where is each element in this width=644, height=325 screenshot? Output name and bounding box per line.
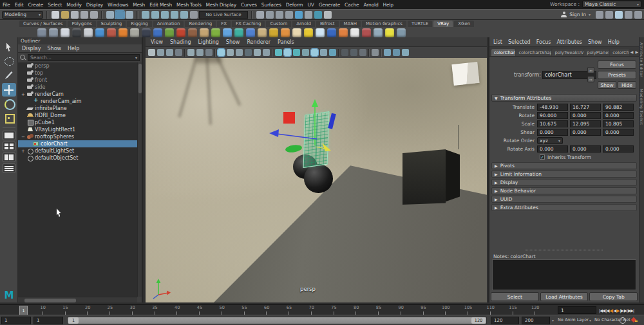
current-frame-marker[interactable]: 1: [19, 306, 28, 315]
outliner-item[interactable]: pCube1: [18, 119, 137, 126]
expander-icon[interactable]: +: [21, 149, 26, 154]
outliner-item[interactable]: HDRI_Dome: [18, 112, 137, 119]
rotate-order-dropdown[interactable]: xyz ▾: [537, 137, 563, 144]
chevron-down-icon[interactable]: ▾: [589, 318, 591, 322]
outliner-item[interactable]: defaultObjectSet: [18, 154, 137, 162]
show-button[interactable]: Show: [598, 81, 616, 89]
menu-item[interactable]: Mesh Tools: [176, 2, 202, 8]
outliner-horizontal-scrollbar[interactable]: [18, 297, 137, 302]
ipr-render-icon[interactable]: [276, 11, 283, 19]
menu-item[interactable]: Edit Mesh: [149, 2, 172, 8]
shelf-tool-icon[interactable]: [362, 28, 371, 37]
paint-select-tool-button[interactable]: [2, 69, 16, 82]
menu-item[interactable]: Select: [48, 2, 62, 8]
shelf-tool-icon[interactable]: [258, 28, 267, 37]
snap-projected-center-icon[interactable]: [171, 11, 178, 19]
viewport-menu-item[interactable]: Panels: [278, 39, 294, 45]
animation-start-field[interactable]: 1: [1, 317, 31, 324]
attribute-value-y[interactable]: 0.000: [570, 129, 601, 136]
attribute-value-x[interactable]: 0.000: [537, 129, 568, 136]
attribute-value-y[interactable]: 16.727: [570, 104, 601, 111]
viewport-canvas[interactable]: persp: [146, 58, 487, 302]
pause-icon[interactable]: [324, 11, 332, 19]
shelf-tool-icon[interactable]: [188, 28, 197, 37]
viewport-toolbar-button[interactable]: [272, 49, 273, 57]
tab-scroll-right-icon[interactable]: ▶: [635, 50, 638, 54]
viewport-toolbar-button[interactable]: [275, 49, 282, 56]
shelf-tab[interactable]: Motion Graphics: [362, 21, 406, 27]
shelf-tool-icon[interactable]: [142, 28, 151, 37]
shelf-tool-icon[interactable]: [200, 28, 209, 37]
range-start-handle[interactable]: 1: [68, 317, 79, 324]
step-back-frame-button[interactable]: |◀: [605, 308, 609, 313]
sidebar-vertical-tab[interactable]: Attribute Editor: [639, 42, 644, 77]
shelf-tool-icon[interactable]: [374, 28, 383, 37]
search-input[interactable]: Search... ▾: [28, 54, 140, 61]
viewport-toolbar-button[interactable]: [302, 49, 309, 56]
attribute-value-z[interactable]: 0.000: [603, 145, 634, 153]
menu-item[interactable]: Windows: [108, 2, 128, 8]
menu-item[interactable]: Cache: [345, 2, 359, 8]
shelf-tab[interactable]: FX Caching: [232, 21, 265, 27]
menu-item[interactable]: UV: [307, 2, 314, 8]
attribute-value-x[interactable]: -48.930: [537, 104, 568, 111]
menu-item[interactable]: Edit: [15, 2, 24, 8]
menu-item[interactable]: Modify: [66, 2, 82, 8]
shelf-tab[interactable]: VRay: [433, 21, 453, 27]
attribute-value-x[interactable]: 90.000: [537, 112, 568, 119]
outliner-item[interactable]: persp: [18, 62, 137, 70]
shelf-tab[interactable]: Rendering: [185, 21, 216, 27]
footer-button[interactable]: Load Attributes: [540, 292, 589, 301]
redo-icon[interactable]: [90, 11, 98, 19]
auto-keyframe-icon[interactable]: [631, 317, 638, 324]
go-to-end-button[interactable]: ▶▶|: [628, 308, 634, 313]
menu-item[interactable]: File: [3, 2, 10, 8]
select-hierarchy-icon[interactable]: [106, 11, 114, 19]
viewport-toolbar-button[interactable]: [227, 49, 234, 56]
viewport-toolbar-button[interactable]: [384, 49, 391, 56]
lasso-tool-button[interactable]: [2, 55, 16, 68]
viewport-toolbar-button[interactable]: [293, 49, 300, 56]
collapsed-section[interactable]: ▶ Pivots: [491, 162, 637, 169]
shelf-tool-icon[interactable]: [281, 28, 290, 37]
go-to-start-button[interactable]: |◀◀: [599, 308, 605, 313]
node-tab[interactable]: colorCh: [610, 49, 629, 56]
shelf-tool-icon[interactable]: [61, 28, 70, 37]
viewport-toolbar-button[interactable]: [329, 49, 336, 56]
focus-button[interactable]: Focus: [598, 60, 636, 69]
playback-range-bar[interactable]: 1 120: [67, 317, 487, 324]
tool-settings-toggle-icon[interactable]: [625, 11, 632, 19]
hide-button[interactable]: Hide: [618, 81, 636, 89]
shelf-tool-icon[interactable]: [397, 28, 406, 37]
raise-windows-icon[interactable]: [596, 11, 603, 19]
notes-divider[interactable]: [526, 250, 603, 250]
viewport-toolbar-button[interactable]: [214, 49, 216, 57]
shelf-tool-icon[interactable]: [107, 28, 116, 37]
viewport-toolbar-button[interactable]: [236, 49, 243, 56]
shelf-tool-icon[interactable]: [350, 28, 359, 37]
shelf-tab[interactable]: Animation: [153, 21, 184, 27]
attribute-editor-menu-item[interactable]: Show: [588, 39, 602, 45]
workspace-dropdown[interactable]: Maya Classic ▾: [582, 1, 641, 8]
viewport-toolbar-button[interactable]: [402, 49, 409, 56]
viewport-menu-item[interactable]: Renderer: [247, 39, 270, 45]
attribute-value-x[interactable]: 0.000: [537, 145, 568, 153]
viewport-toolbar-button[interactable]: [263, 49, 270, 56]
shelf-tool-icon[interactable]: [130, 28, 139, 37]
viewport-toolbar-button[interactable]: [341, 49, 348, 56]
shelf-tab[interactable]: Bifrost: [316, 21, 339, 27]
viewport-toolbar-button[interactable]: [320, 49, 327, 56]
outliner-item[interactable]: + defaultLightSet: [18, 147, 137, 154]
shelf-tab[interactable]: TURTLE: [408, 21, 432, 27]
attribute-editor-menu-item[interactable]: Focus: [536, 39, 551, 45]
menu-item[interactable]: Display: [86, 2, 103, 8]
attribute-editor-toggle-icon[interactable]: [634, 11, 642, 19]
layout-outliner-pane-button[interactable]: [3, 163, 15, 173]
menu-item[interactable]: Deform: [286, 2, 303, 8]
outliner-menu-item[interactable]: Help: [68, 46, 79, 51]
snap-view-plane-icon[interactable]: [180, 11, 188, 19]
shelf-tool-icon[interactable]: [292, 28, 301, 37]
layout-split-pane-button[interactable]: [3, 153, 15, 162]
hypershade-icon[interactable]: [295, 11, 303, 19]
arnold-render-icon[interactable]: [314, 11, 322, 19]
